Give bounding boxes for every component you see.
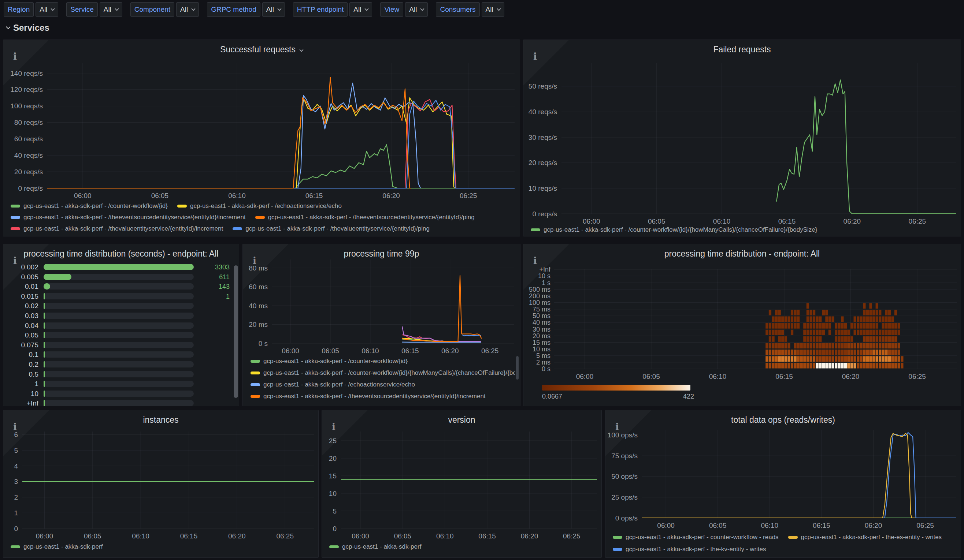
filter-label[interactable]: Service (66, 2, 98, 17)
svg-text:06:20: 06:20 (865, 521, 882, 529)
legend-scrollbar[interactable] (516, 356, 519, 380)
section-services[interactable]: Services (7, 23, 49, 33)
histogram-row: 0.04 (3, 321, 239, 331)
filter-value-dropdown[interactable]: All (99, 2, 122, 17)
svg-text:06:00: 06:00 (583, 218, 600, 225)
chevron-down-icon (6, 24, 11, 29)
svg-text:06:20: 06:20 (441, 347, 459, 355)
legend-item[interactable]: gcp-us-east1 - akka-sdk-perf - /counter-… (531, 226, 817, 234)
svg-text:06:20: 06:20 (228, 532, 246, 540)
histogram-row: 0.075 (3, 340, 239, 350)
legend-item[interactable]: gcp-us-east1 - akka-sdk-perf - /thevalue… (11, 225, 223, 232)
filter-value-dropdown[interactable]: All (349, 2, 372, 17)
filter-label[interactable]: HTTP endpoint (293, 2, 348, 17)
svg-text:06:05: 06:05 (648, 218, 666, 225)
legend-item[interactable]: gcp-us-east1 - akka-sdk-perf - /theevent… (11, 214, 246, 221)
filter-label[interactable]: Component (130, 2, 174, 17)
panel-title[interactable]: processing time distribution - endpoint:… (523, 249, 961, 259)
bucket-count: 3303 (197, 263, 230, 271)
svg-text:06:05: 06:05 (642, 373, 660, 380)
filter-value: All (353, 5, 361, 13)
filter-value-dropdown[interactable]: All (405, 2, 428, 17)
legend-series-marker (11, 227, 20, 230)
legend-series-marker (255, 216, 265, 219)
legend-item[interactable]: gcp-us-east1 - akka-sdk-perf (329, 543, 421, 550)
color-scale (542, 385, 690, 391)
legend-series-marker (329, 545, 339, 548)
legend-series-name: gcp-us-east1 - akka-sdk-perf - /counter-… (544, 226, 817, 234)
legend-series-marker (251, 372, 260, 375)
bucket-label: 0.02 (3, 302, 39, 310)
filter-label[interactable]: View (380, 2, 403, 17)
legend-item[interactable]: gcp-us-east1 - akka-sdk-perf - /counter-… (251, 357, 408, 365)
bar-fill (44, 342, 45, 348)
bar-fill (44, 274, 72, 280)
legend: gcp-us-east1 - akka-sdk-perf - /counter-… (531, 225, 956, 235)
svg-text:06:25: 06:25 (908, 373, 926, 380)
bar-fill (44, 313, 45, 319)
filter-label[interactable]: Region (4, 2, 34, 17)
panel-instances: iinstances06:0006:0506:1006:1506:2006:25… (3, 410, 319, 558)
bar-track (44, 381, 194, 387)
legend-item[interactable]: gcp-us-east1 - akka-sdk-perf - the-es-en… (788, 534, 942, 541)
legend-item[interactable]: gcp-us-east1 - akka-sdk-perf - /thevalue… (233, 225, 430, 232)
legend-item[interactable]: gcp-us-east1 - akka-sdk-perf - counter-w… (613, 534, 779, 541)
filter-label[interactable]: Consumers (436, 2, 479, 17)
filter-value-dropdown[interactable]: All (36, 2, 58, 17)
svg-text:200 ms: 200 ms (529, 292, 550, 300)
bar-fill (44, 361, 45, 367)
svg-text:40 reqs/s: 40 reqs/s (14, 151, 43, 159)
svg-text:10 s: 10 s (538, 272, 550, 280)
bar-track (44, 293, 194, 299)
filter-consumers: ConsumersAll (436, 2, 504, 17)
bucket-count: 143 (197, 283, 230, 291)
legend-item[interactable]: gcp-us-east1 - akka-sdk-perf - /counter-… (251, 369, 515, 377)
svg-text:1: 1 (14, 509, 18, 517)
legend-item[interactable]: gcp-us-east1 - akka-sdk-perf - /echoacti… (177, 203, 342, 210)
filter-label[interactable]: GRPC method (207, 2, 261, 17)
legend-item[interactable]: gcp-us-east1 - akka-sdk-perf - /counter-… (11, 203, 168, 210)
legend-item[interactable]: gcp-us-east1 - akka-sdk-perf - /theevent… (255, 214, 475, 221)
panel-title[interactable]: processing time 99p (243, 249, 520, 259)
legend-item[interactable]: gcp-us-east1 - akka-sdk-perf - /echoacti… (251, 381, 415, 388)
scale-max: 422 (683, 393, 694, 401)
panel-title[interactable]: Failed requests (523, 45, 961, 55)
filter-value-dropdown[interactable]: All (482, 2, 504, 17)
bar-fill (44, 293, 45, 299)
histogram-row: 0.0023303 (3, 263, 239, 272)
panel-title[interactable]: Successful requests (3, 45, 520, 55)
bar-track (44, 332, 194, 338)
svg-text:0: 0 (14, 525, 18, 532)
chevron-down-icon (497, 6, 501, 11)
svg-text:40 ms: 40 ms (249, 302, 268, 310)
svg-text:50 ms: 50 ms (532, 312, 550, 320)
histogram-row: 0.05 (3, 331, 239, 340)
panel-title[interactable]: version (322, 415, 601, 425)
svg-text:06:15: 06:15 (775, 373, 793, 380)
histogram-row: 0.5 (3, 370, 239, 380)
legend-series-marker (613, 548, 622, 551)
bucket-label: 0.075 (3, 341, 39, 349)
svg-text:20 reqs/s: 20 reqs/s (529, 159, 557, 167)
legend-item[interactable]: gcp-us-east1 - akka-sdk-perf - /theevent… (251, 393, 486, 400)
svg-text:2: 2 (14, 493, 18, 501)
filter-value-dropdown[interactable]: All (262, 2, 285, 17)
bar-track (44, 371, 194, 377)
legend-item[interactable]: gcp-us-east1 - akka-sdk-perf - the-kv-en… (613, 546, 766, 553)
legend-item[interactable]: gcp-us-east1 - akka-sdk-perf (11, 543, 103, 550)
legend-series-name: gcp-us-east1 - akka-sdk-perf (23, 543, 103, 550)
svg-text:100 ms: 100 ms (529, 299, 550, 306)
chevron-down-icon (51, 6, 55, 11)
bucket-label: 0.01 (3, 282, 39, 291)
histogram-row: +Inf (3, 399, 239, 406)
svg-text:06:20: 06:20 (521, 532, 538, 540)
panel-title[interactable]: instances (3, 415, 318, 425)
panel-title[interactable]: total data ops (reads/writes) (606, 415, 961, 425)
svg-text:06:25: 06:25 (917, 521, 934, 529)
scrollbar[interactable] (234, 265, 238, 398)
filter-value-dropdown[interactable]: All (176, 2, 199, 17)
legend-series-marker (177, 205, 187, 208)
svg-text:06:15: 06:15 (180, 532, 198, 540)
svg-text:25 ops/s: 25 ops/s (611, 493, 638, 501)
panel-title[interactable]: processing time distribution (seconds) -… (3, 249, 239, 259)
